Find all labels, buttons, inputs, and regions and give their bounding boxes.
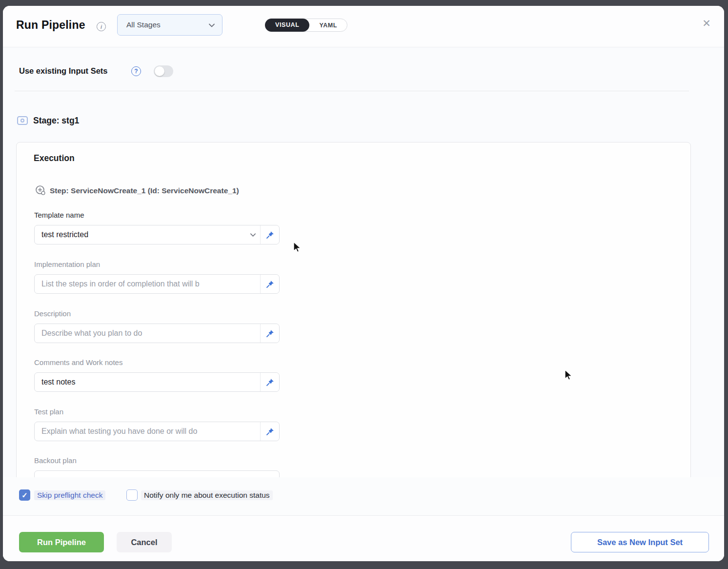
implementation-plan-input[interactable] xyxy=(34,274,280,294)
dialog-header: Run Pipeline i All Stages VISUAL YAML ✕ xyxy=(3,6,724,47)
test-plan-label: Test plan xyxy=(34,407,280,416)
checkbox-row: ✓ Skip preflight check Notify only me ab… xyxy=(3,477,724,515)
skip-preflight-label[interactable]: Skip preflight check xyxy=(34,490,105,500)
description-input[interactable] xyxy=(34,324,280,343)
pin-icon[interactable] xyxy=(260,324,279,343)
stage-title: Stage: stg1 xyxy=(33,116,79,126)
execution-card: Execution Step: ServiceNowCreate_1 (Id: … xyxy=(16,142,691,484)
skip-preflight-checkbox[interactable]: ✓ xyxy=(19,489,30,501)
step-icon xyxy=(35,185,46,198)
notify-label[interactable]: Notify only me about execution status xyxy=(141,490,273,500)
pin-icon[interactable] xyxy=(260,275,279,293)
stage-scope-select[interactable]: All Stages xyxy=(117,14,222,36)
toggle-knob xyxy=(155,66,164,76)
field-test-plan: Test plan xyxy=(34,407,280,441)
input-sets-toggle[interactable] xyxy=(154,65,173,77)
chevron-down-icon xyxy=(250,232,256,238)
implementation-plan-label: Implementation plan xyxy=(34,260,280,268)
pin-icon[interactable] xyxy=(260,225,279,244)
stage-scope-value: All Stages xyxy=(126,20,161,29)
pin-icon[interactable] xyxy=(260,422,279,441)
run-pipeline-dialog: Run Pipeline i All Stages VISUAL YAML ✕ … xyxy=(3,6,724,561)
description-label: Description xyxy=(34,309,280,318)
test-plan-input[interactable] xyxy=(34,422,280,441)
run-pipeline-button[interactable]: Run Pipeline xyxy=(19,532,104,552)
execution-title: Execution xyxy=(34,153,75,163)
field-template-name: Template name test restricted xyxy=(34,211,280,244)
divider xyxy=(15,91,689,91)
page-title: Run Pipeline xyxy=(16,19,85,32)
view-toggle: VISUAL YAML xyxy=(265,19,347,32)
field-description: Description xyxy=(34,309,280,343)
comments-label: Comments and Work notes xyxy=(34,358,280,366)
template-name-select[interactable]: test restricted xyxy=(34,225,280,244)
field-comments: Comments and Work notes xyxy=(34,358,280,392)
tab-visual[interactable]: VISUAL xyxy=(265,19,309,32)
save-as-new-input-set-button[interactable]: Save as New Input Set xyxy=(571,532,709,552)
pin-icon[interactable] xyxy=(260,373,279,391)
comments-input[interactable] xyxy=(34,372,280,392)
backout-plan-label: Backout plan xyxy=(34,456,280,465)
step-title: Step: ServiceNowCreate_1 (Id: ServiceNow… xyxy=(50,186,239,195)
tab-yaml[interactable]: YAML xyxy=(309,22,347,29)
cancel-button[interactable]: Cancel xyxy=(117,532,172,552)
close-icon[interactable]: ✕ xyxy=(699,16,714,31)
use-existing-input-sets-label: Use existing Input Sets xyxy=(19,66,108,76)
help-icon[interactable]: ? xyxy=(131,66,141,76)
notify-checkbox[interactable] xyxy=(126,489,138,501)
template-name-label: Template name xyxy=(34,211,280,219)
info-icon[interactable]: i xyxy=(97,22,106,31)
dialog-footer: ✓ Skip preflight check Notify only me ab… xyxy=(3,477,724,561)
field-implementation-plan: Implementation plan xyxy=(34,260,280,294)
button-row: Run Pipeline Cancel Save as New Input Se… xyxy=(3,515,724,561)
custom-stage-icon xyxy=(16,114,29,129)
template-name-value: test restricted xyxy=(41,230,88,239)
chevron-down-icon xyxy=(208,22,215,29)
